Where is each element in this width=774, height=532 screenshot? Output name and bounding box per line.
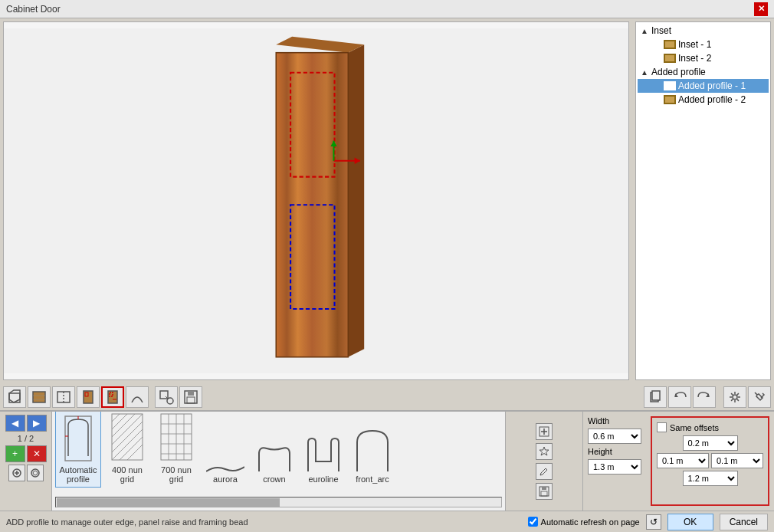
profile-automatic[interactable]: Automaticprofile	[55, 412, 101, 488]
status-text: ADD profile to manage outer edge, panel …	[6, 517, 522, 527]
toolbar-btn-flat[interactable]	[28, 386, 51, 408]
width-row: Width	[588, 416, 641, 425]
close-button[interactable]: ✕	[754, 2, 768, 16]
profile-label-automatic: Automaticprofile	[60, 465, 97, 484]
toolbar-btn-settings[interactable]	[723, 386, 746, 408]
extra-btn-1[interactable]	[8, 465, 25, 481]
svg-rect-27	[187, 397, 195, 403]
door-svg	[4, 22, 628, 379]
offset-top-select[interactable]: 0.2 m	[683, 435, 738, 451]
refresh-btn[interactable]: ↺	[646, 514, 661, 530]
toolbar-btn-tools[interactable]	[748, 386, 771, 408]
svg-rect-16	[57, 392, 70, 402]
toolbar-btn-3d[interactable]	[3, 386, 26, 408]
profile-shape-automatic	[59, 412, 97, 464]
page-indicator: 1 / 2	[18, 434, 34, 443]
profile-400nun[interactable]: 400 nungrid	[104, 412, 150, 488]
extra-row	[8, 465, 44, 481]
toolbar-btn-edit[interactable]	[155, 386, 178, 408]
action-row: + ✕	[5, 445, 47, 462]
offset-bottom-select[interactable]: 1.2 m	[683, 471, 738, 486]
expand-icon: ▲	[641, 27, 651, 35]
remove-btn[interactable]: ✕	[27, 445, 47, 462]
tree-view: ▲ Inset Inset - 1 Inset - 2 ▲ Added prof…	[635, 21, 771, 380]
width-value-row: 0.6 m	[588, 429, 641, 444]
svg-line-44	[112, 429, 143, 460]
profile-crown[interactable]: crown	[251, 415, 297, 488]
tree-item-added-profile-2[interactable]: Added profile - 2	[638, 93, 769, 107]
shape-svg-aurora	[206, 450, 244, 473]
toolbar-btn-arc[interactable]	[126, 386, 149, 408]
toolbar-btn-copy[interactable]	[644, 386, 667, 408]
profile-700nun[interactable]: 700 nungrid	[153, 412, 199, 488]
svg-line-47	[112, 414, 120, 422]
profile-scrollbar[interactable]	[55, 497, 502, 507]
edit-profile-btn[interactable]	[536, 463, 553, 480]
toolbar-btn-active[interactable]	[101, 386, 124, 408]
same-offsets-checkbox[interactable]	[657, 422, 667, 432]
add-btn[interactable]: +	[5, 445, 25, 462]
auto-refresh-row: Automatic refresh on page	[528, 517, 640, 527]
shape-svg-euroline	[304, 435, 343, 473]
auto-refresh-label: Automatic refresh on page	[541, 517, 640, 527]
title-bar: Cabinet Door ✕	[0, 0, 774, 18]
wh-panel: Width 0.6 m Height 1.3 m	[582, 412, 646, 511]
tree-item-inset[interactable]: ▲ Inset	[638, 24, 769, 38]
profile-icon	[664, 40, 676, 49]
profile-shape-700nun	[157, 412, 195, 464]
profile-icon-4	[664, 95, 676, 104]
profile-label-front-arc: front_arc	[356, 475, 389, 484]
expand-icon-2: ▲	[641, 68, 651, 77]
offset-right-select[interactable]: 0.1 m	[711, 453, 763, 468]
width-select[interactable]: 0.6 m	[588, 429, 641, 444]
shape-svg-crown	[255, 442, 294, 473]
scrollbar-track	[55, 497, 502, 507]
save-profile-btn[interactable]	[536, 483, 553, 500]
svg-rect-26	[188, 391, 194, 396]
main-container: ▲ Inset Inset - 1 Inset - 2 ▲ Added prof…	[0, 18, 774, 532]
left-controls: ◀ ▶ 1 / 2 + ✕	[0, 412, 52, 511]
favorite-btn[interactable]	[536, 443, 553, 460]
profile-section: ◀ ▶ 1 / 2 + ✕	[0, 411, 774, 511]
shape-svg-700nun	[157, 412, 195, 464]
cancel-btn[interactable]: Cancel	[720, 514, 768, 530]
profile-shape-euroline	[304, 419, 343, 473]
width-label: Width	[588, 416, 618, 425]
height-label: Height	[588, 447, 618, 456]
viewport	[3, 21, 629, 380]
add-profile-btn[interactable]	[536, 423, 553, 440]
height-value-row: 1.3 m	[588, 459, 641, 475]
offset-middle-row: 0.1 m 0.1 m	[657, 453, 763, 468]
nav-right-btn[interactable]: ▶	[27, 415, 47, 432]
profile-shape-front-arc	[353, 419, 392, 473]
same-offsets-row: Same offsets	[657, 422, 763, 432]
height-select[interactable]: 1.3 m	[588, 459, 641, 475]
toolbar-btn-front[interactable]	[77, 386, 100, 408]
ok-btn[interactable]: OK	[667, 514, 713, 530]
offset-left-select[interactable]: 0.1 m	[657, 453, 709, 468]
svg-line-48	[112, 414, 127, 429]
profile-label-euroline: euroline	[308, 475, 338, 484]
nav-left-btn[interactable]: ◀	[5, 415, 25, 432]
profile-euroline[interactable]: euroline	[300, 415, 346, 488]
toolbar-btn-redo[interactable]	[693, 386, 716, 408]
profile-aurora[interactable]: aurora	[202, 415, 248, 488]
toolbar-btn-section[interactable]	[52, 386, 75, 408]
svg-line-43	[112, 422, 143, 452]
tree-item-inset-1[interactable]: Inset - 1	[638, 38, 769, 51]
extra-btn-2[interactable]	[27, 465, 44, 481]
toolbar-btn-save[interactable]	[179, 386, 202, 408]
auto-refresh-checkbox[interactable]	[528, 517, 538, 527]
toolbar-btn-undo[interactable]	[668, 386, 691, 408]
tree-item-added-profile[interactable]: ▲ Added profile	[638, 65, 769, 79]
main-toolbar	[0, 383, 774, 411]
svg-marker-12	[9, 390, 20, 402]
scrollbar-thumb[interactable]	[57, 498, 280, 507]
profile-shape-400nun	[108, 412, 146, 464]
status-bar: ADD profile to manage outer edge, panel …	[0, 511, 774, 532]
profile-front-arc[interactable]: front_arc	[349, 415, 395, 488]
tree-item-inset-2[interactable]: Inset - 2	[638, 51, 769, 65]
shape-svg-400nun	[108, 412, 146, 464]
nav-row: ◀ ▶	[5, 415, 47, 432]
tree-item-added-profile-1[interactable]: Added profile - 1	[638, 79, 769, 93]
